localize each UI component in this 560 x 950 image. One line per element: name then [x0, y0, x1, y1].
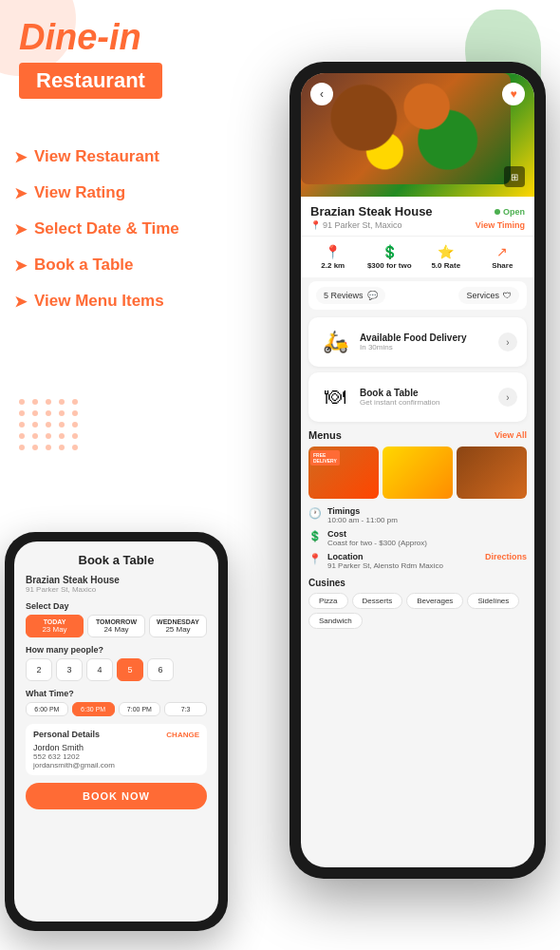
personal-details-section: Personal Details CHANGE Jordon Smith 552… — [26, 724, 207, 775]
delivery-arrow-icon: › — [498, 332, 517, 352]
time-btn-730pm[interactable]: 7:3 — [164, 702, 207, 716]
day-selector: TODAY 23 May TOMORROW 24 May WEDNESDAY 2… — [26, 615, 207, 637]
menu-images-row: FREEDELIVERY — [308, 446, 527, 499]
right-phone: ‹ ♥ ⊞ Brazian Steak House Open 📍 91 Park… — [289, 62, 546, 879]
stat-share[interactable]: ↗ Share — [475, 244, 532, 270]
dollar-icon: 💲 — [308, 530, 322, 542]
feature-cards: 🛵 Available Food Delivery In 30mins › 🍽 … — [301, 314, 534, 426]
stat-cost-value: $300 for two — [367, 261, 412, 270]
status-badge: Open — [495, 207, 525, 217]
back-button[interactable]: ‹ — [310, 83, 333, 105]
arrow-icon: ➤ — [14, 256, 27, 275]
book-table-subtitle: Get instant confirmation — [360, 398, 491, 407]
timings-value: 10:00 am - 11:00 pm — [327, 516, 398, 524]
menus-title: Menus — [308, 429, 342, 441]
cost-title: Cost — [327, 529, 427, 539]
change-button[interactable]: CHANGE — [166, 731, 199, 739]
arrow-icon: ➤ — [14, 148, 27, 166]
table-icon: 🍽 — [318, 380, 352, 414]
day-btn-today[interactable]: TODAY 23 May — [26, 615, 84, 637]
delivery-text: Available Food Delivery In 30mins — [360, 332, 491, 352]
select-day-label: Select Day — [26, 601, 207, 611]
cuisine-tag-desserts[interactable]: Desserts — [352, 593, 403, 609]
sidebar-item-label: Book a Table — [34, 256, 134, 275]
timings-detail: 🕐 Timings 10:00 am - 11:00 pm — [308, 506, 527, 524]
day-name-tomorrow: TOMORROW — [92, 618, 140, 625]
arrow-icon: ➤ — [14, 220, 27, 238]
restaurant-address: 📍 91 Parker St, Maxico — [310, 220, 402, 230]
favorite-button[interactable]: ♥ — [502, 83, 525, 105]
day-name-today: TODAY — [30, 618, 79, 625]
sidebar-item-view-menu-items[interactable]: ➤ View Menu Items — [14, 292, 179, 311]
dining-table-icon: 🍽 — [325, 385, 345, 409]
day-btn-tomorrow[interactable]: TOMORROW 24 May — [87, 615, 145, 637]
location-detail: 📍 Location Directions 91 Parker St, Alen… — [308, 552, 527, 570]
gallery-icon[interactable]: ⊞ — [504, 166, 525, 187]
people-btn-2[interactable]: 2 — [26, 658, 52, 681]
people-btn-5[interactable]: 5 — [117, 658, 143, 681]
sidebar-item-select-date-time[interactable]: ➤ Select Date & Time — [14, 219, 179, 238]
day-date-tomorrow: 24 May — [92, 625, 140, 634]
people-btn-3[interactable]: 3 — [56, 658, 83, 681]
stat-rating-value: 5.0 Rate — [431, 261, 460, 270]
view-all-link[interactable]: View All — [495, 430, 527, 440]
sidebar-item-label: View Menu Items — [34, 292, 164, 311]
people-btn-4[interactable]: 4 — [86, 658, 113, 681]
delivery-title: Available Food Delivery — [360, 332, 491, 343]
time-btn-7pm[interactable]: 7:00 PM — [119, 702, 161, 716]
cuisine-tag-sandwich[interactable]: Sandwich — [308, 613, 363, 629]
view-timing-link[interactable]: View Timing — [476, 220, 525, 230]
sidebar-item-view-restaurant[interactable]: ➤ View Restaurant — [14, 147, 179, 166]
day-date-today: 23 May — [30, 625, 79, 634]
arrow-icon: ➤ — [14, 184, 27, 202]
stats-row: 📍 2.2 km 💲 $300 for two ⭐ 5.0 Rate ↗ Sha… — [301, 236, 534, 277]
map-pin-icon: 📍 — [308, 553, 322, 565]
stat-share-value: Share — [492, 261, 513, 270]
app-title: Dine-in — [19, 19, 162, 55]
sidebar-item-label: View Restaurant — [34, 147, 159, 166]
location-value: 91 Parker St, Alensto Rdm Maxico — [327, 561, 527, 570]
personal-details-label: Personal Details — [33, 730, 100, 739]
shield-icon: 🛡 — [503, 291, 512, 300]
sidebar-item-label: Select Date & Time — [34, 219, 179, 238]
sidebar-item-view-rating[interactable]: ➤ View Rating — [14, 183, 179, 202]
personal-email: jordansmith@gmail.com — [33, 761, 199, 770]
cost-value: Coast for two - $300 (Approx) — [327, 539, 427, 547]
personal-name: Jordon Smith — [33, 743, 199, 752]
day-date-wednesday: 25 May — [154, 625, 202, 634]
free-delivery-badge: FREEDELIVERY — [310, 450, 340, 466]
sidebar-item-book-table[interactable]: ➤ Book a Table — [14, 256, 179, 275]
services-pill[interactable]: Services 🛡 — [458, 287, 519, 304]
time-btn-6pm[interactable]: 6:00 PM — [26, 702, 68, 716]
cuisine-tag-pizza[interactable]: Pizza — [308, 593, 348, 609]
book-table-arrow-icon: › — [498, 388, 517, 407]
reviews-pill[interactable]: 5 Reviews 💬 — [316, 287, 385, 304]
cuisines-title: Cusines — [308, 578, 527, 588]
day-name-wednesday: WEDNESDAY — [154, 618, 202, 625]
book-now-button[interactable]: BOOK NOW — [26, 783, 207, 809]
services-label: Services — [466, 291, 499, 300]
app-header: Dine-in Restaurant — [19, 19, 162, 99]
app-subtitle: Restaurant — [19, 63, 162, 99]
stat-distance-value: 2.2 km — [321, 261, 345, 270]
book-table-card[interactable]: 🍽 Book a Table Get instant confirmation … — [308, 372, 527, 422]
cuisine-tags: Pizza Desserts Beverages Sidelínes Sandw… — [308, 593, 527, 629]
people-btn-6[interactable]: 6 — [147, 658, 174, 681]
day-btn-wednesday[interactable]: WEDNESDAY 25 May — [149, 615, 207, 637]
cuisine-tag-sidelines[interactable]: Sidelínes — [467, 593, 519, 609]
directions-link[interactable]: Directions — [485, 552, 527, 561]
sidebar-item-label: View Rating — [34, 183, 125, 202]
people-label: How many people? — [26, 645, 207, 655]
book-restaurant-name: Brazian Steak House — [26, 575, 207, 585]
cuisine-tag-beverages[interactable]: Beverages — [406, 593, 463, 609]
share-icon: ↗ — [496, 244, 508, 259]
open-dot — [495, 209, 500, 215]
menu-image-1: FREEDELIVERY — [308, 446, 379, 499]
location-pin-icon: 📍 — [325, 244, 341, 259]
time-btn-630pm[interactable]: 6:30 PM — [72, 702, 115, 716]
dots-decoration — [19, 399, 80, 450]
timings-content: Timings 10:00 am - 11:00 pm — [327, 506, 398, 524]
clock-icon: 🕐 — [308, 507, 322, 520]
book-restaurant-address: 91 Parker St, Maxico — [26, 585, 207, 594]
food-delivery-card[interactable]: 🛵 Available Food Delivery In 30mins › — [308, 317, 527, 367]
